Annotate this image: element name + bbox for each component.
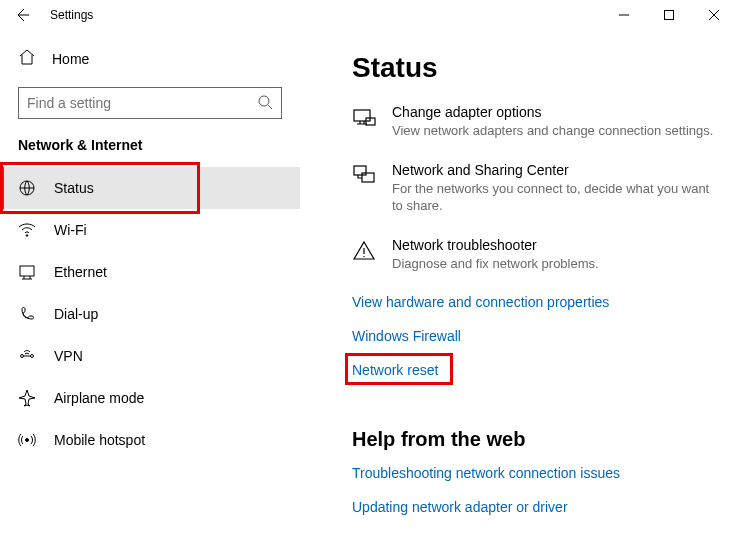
page-title: Status [352,52,720,84]
svg-rect-10 [354,166,366,175]
adapter-icon [352,106,376,140]
svg-rect-11 [362,173,374,182]
search-input[interactable] [27,95,257,111]
svg-rect-0 [664,11,673,20]
dialup-icon [18,305,36,323]
search-icon [257,94,273,113]
nav-dialup[interactable]: Dial-up [0,293,300,335]
home-nav[interactable]: Home [0,40,300,77]
help-header: Help from the web [352,428,720,451]
option-desc: Diagnose and fix network problems. [392,255,599,273]
nav-label: Airplane mode [54,390,144,406]
home-label: Home [52,51,89,67]
nav-label: Ethernet [54,264,107,280]
nav-label: Mobile hotspot [54,432,145,448]
option-desc: For the networks you connect to, decide … [392,180,720,215]
nav-label: Wi-Fi [54,222,87,238]
option-title: Network and Sharing Center [392,162,720,178]
svg-point-1 [259,96,269,106]
nav-label: Dial-up [54,306,98,322]
option-desc: View network adapters and change connect… [392,122,713,140]
minimize-button[interactable] [601,0,646,30]
link-windows-firewall[interactable]: Windows Firewall [352,328,461,344]
nav-hotspot[interactable]: Mobile hotspot [0,419,300,461]
option-title: Change adapter options [392,104,713,120]
nav-status[interactable]: Status [0,167,300,209]
nav-label: Status [54,180,94,196]
window-title: Settings [50,8,93,22]
nav-vpn[interactable]: VPN [0,335,300,377]
nav-wifi[interactable]: Wi-Fi [0,209,300,251]
vpn-icon [18,347,36,365]
sharing-icon [352,164,376,215]
svg-point-3 [26,235,28,237]
status-icon [18,179,36,197]
wifi-icon [18,221,36,239]
nav-ethernet[interactable]: Ethernet [0,251,300,293]
svg-point-6 [31,355,34,358]
help-link-update-adapter[interactable]: Updating network adapter or driver [352,499,568,515]
airplane-icon [18,389,36,407]
option-title: Network troubleshooter [392,237,599,253]
search-box[interactable] [18,87,282,119]
nav-airplane[interactable]: Airplane mode [0,377,300,419]
option-sharing-center[interactable]: Network and Sharing Center For the netwo… [352,162,720,215]
option-troubleshooter[interactable]: Network troubleshooter Diagnose and fix … [352,237,720,273]
back-button[interactable] [12,7,32,23]
svg-rect-4 [20,266,34,276]
home-icon [18,48,36,69]
help-link-troubleshoot[interactable]: Troubleshooting network connection issue… [352,465,620,481]
nav-label: VPN [54,348,83,364]
link-network-reset[interactable]: Network reset [352,362,438,378]
option-change-adapter[interactable]: Change adapter options View network adap… [352,104,720,140]
svg-point-7 [26,439,29,442]
link-hardware-properties[interactable]: View hardware and connection properties [352,294,609,310]
ethernet-icon [18,263,36,281]
svg-point-5 [21,355,24,358]
maximize-button[interactable] [646,0,691,30]
section-header: Network & Internet [0,137,300,167]
close-button[interactable] [691,0,736,30]
hotspot-icon [18,431,36,449]
warning-icon [352,239,376,273]
svg-rect-8 [354,110,370,121]
